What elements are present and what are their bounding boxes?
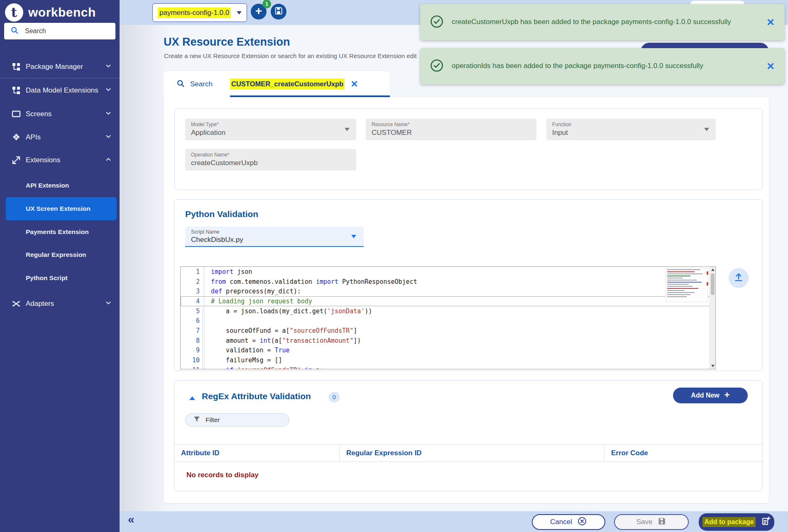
operation-name-label: Operation Name* — [191, 152, 350, 158]
hierarchy-icon — [11, 61, 22, 72]
upload-script-button[interactable] — [729, 268, 749, 288]
expand-arrows-icon — [11, 155, 22, 166]
filter-button[interactable]: Filter — [185, 413, 289, 427]
api-diamond-icon: ❖ — [11, 132, 22, 143]
function-select[interactable]: Function Input — [546, 119, 716, 140]
filter-label: Filter — [206, 416, 220, 424]
sidebar-item-data-model-extensions[interactable]: Data Model Extensions — [0, 79, 120, 102]
chevron-down-icon — [105, 110, 112, 119]
sidebar-item-payments-extension[interactable]: Payments Extension — [0, 223, 120, 241]
code-line: 6 — [181, 316, 715, 326]
sidebar-item-apis[interactable]: ❖ APIs — [0, 126, 120, 149]
sidebar-item-adapters[interactable]: Adapters — [0, 293, 120, 314]
resource-name-value: CUSTOMER — [372, 129, 531, 137]
check-circle-icon — [429, 58, 444, 75]
python-code-editor[interactable]: 1import json2from com.temenos.validation… — [180, 266, 716, 369]
sidebar-item-regular-expression[interactable]: Regular Expression — [0, 246, 120, 264]
save-label: Save — [636, 518, 653, 526]
plus-icon: + — [255, 5, 262, 17]
column-header-regular-expression-id[interactable]: Regular Expression ID — [340, 445, 604, 461]
chevron-down-icon — [351, 235, 356, 238]
chevron-down-icon — [105, 62, 112, 71]
model-type-value: Application — [191, 129, 350, 137]
upload-icon — [733, 272, 744, 284]
brand-logo: t workbench — [5, 3, 96, 22]
content-left-gradient — [120, 25, 169, 511]
column-header-attribute-id[interactable]: Attribute ID — [174, 445, 340, 461]
tab-strip: Search CUSTOMER_createCustomerUxpb ✕ — [164, 71, 390, 97]
add-new-label: Add New — [691, 392, 719, 399]
add-new-button[interactable]: Add New + — [673, 388, 748, 403]
cancel-button[interactable]: Cancel — [532, 514, 605, 530]
scroll-up-arrow-icon[interactable] — [711, 268, 715, 271]
code-line: 1import json — [181, 267, 715, 277]
add-to-package-label: Add to package — [702, 517, 755, 527]
sidebar-search-input[interactable]: Search — [4, 23, 115, 39]
chevron-down-icon — [237, 11, 242, 15]
sidebar-item-api-extension[interactable]: API Extension — [0, 176, 120, 195]
temenos-logo-icon: t — [5, 3, 23, 22]
operation-name-field[interactable]: Operation Name* createCustomerUxpb — [185, 149, 356, 171]
add-document-icon — [761, 516, 771, 528]
floppy-icon — [657, 517, 666, 528]
code-lines: 1import json2from com.temenos.validation… — [181, 267, 715, 369]
tab-customer-createcustomeruxpb[interactable]: CUSTOMER_createCustomerUxpb ✕ — [230, 71, 358, 97]
tab-search[interactable]: Search — [176, 71, 213, 97]
code-line: 8 amount = int(a["transactionAmount"]) — [181, 336, 715, 346]
code-line: 2from com.temenos.validation import Pyth… — [181, 277, 715, 287]
sidebar-subitem-label: Python Script — [26, 274, 68, 282]
regex-section-title: RegEx Attribute Validation — [202, 391, 311, 401]
resource-name-field[interactable]: Resource Name* CUSTOMER — [366, 119, 536, 140]
sidebar-item-label: Extensions — [26, 156, 60, 164]
chevron-down-icon — [105, 86, 112, 95]
save-package-button[interactable] — [271, 4, 286, 20]
model-type-select[interactable]: Model Type* Application — [185, 119, 356, 140]
sidebar-item-package-manager[interactable]: Package Manager — [0, 56, 120, 78]
add-to-package-button[interactable]: Add to package — [699, 513, 774, 531]
close-icon[interactable]: ✕ — [766, 17, 775, 28]
collapse-sidebar-control[interactable]: « — [128, 513, 135, 526]
sidebar-item-python-script[interactable]: Python Script — [0, 269, 120, 287]
sidebar-item-label: Data Model Extensions — [26, 86, 98, 95]
package-select-dropdown[interactable]: payments-config-1.0.0 — [152, 3, 247, 22]
page-subtitle: Create a new UX Resource Extension or se… — [164, 52, 417, 59]
editor-vertical-scrollbar[interactable] — [710, 267, 715, 369]
sidebar-item-label: Package Manager — [26, 63, 83, 71]
indent-guide — [202, 307, 203, 369]
editor-minimap[interactable] — [666, 268, 708, 302]
tab-close-icon[interactable]: ✕ — [350, 80, 358, 89]
sidebar-item-screens[interactable]: Screens — [0, 102, 120, 126]
collapse-triangle-icon[interactable] — [189, 396, 195, 400]
regex-attribute-validation-section: RegEx Attribute Validation 0 Add New + F… — [174, 380, 763, 491]
sidebar-item-label: Adapters — [26, 300, 54, 308]
column-header-error-code[interactable]: Error Code — [604, 445, 762, 461]
floppy-icon — [274, 6, 283, 17]
add-count-badge: 1 — [262, 0, 271, 8]
sidebar: t workbench Search Package Manager Data … — [0, 0, 120, 532]
empty-table-message: No records to display — [186, 471, 259, 479]
check-circle-icon — [429, 14, 444, 31]
sidebar-search-placeholder: Search — [25, 27, 46, 35]
scrollbar-thumb[interactable] — [711, 273, 715, 295]
code-line: 7 sourceOfFund = a["sourceOfFundsTR"] — [181, 326, 715, 336]
plus-icon: + — [724, 390, 730, 400]
save-button[interactable]: Save — [614, 514, 689, 530]
sidebar-item-extensions[interactable]: Extensions — [0, 149, 120, 172]
python-validation-section: Python Validation Script Name CheckDisbU… — [174, 199, 763, 371]
close-icon[interactable]: ✕ — [766, 61, 775, 72]
script-name-select[interactable]: Script Name CheckDisbUx.py — [185, 227, 364, 247]
code-line: 11 if 'sourceOfFundsTR' in a: — [181, 365, 715, 369]
function-label: Function — [552, 122, 710, 127]
sidebar-subitem-label: UX Screen Extension — [26, 205, 91, 212]
code-line: 9 validation = True — [181, 346, 715, 356]
script-name-value: CheckDisbUx.py — [191, 236, 358, 244]
toast-message: operationIds has been added to the packa… — [452, 61, 738, 71]
scroll-down-arrow-icon[interactable] — [711, 365, 715, 367]
package-select-value: payments-config-1.0.0 — [158, 7, 231, 18]
search-icon — [10, 26, 19, 37]
toast-success-operationids: operationIds has been added to the packa… — [420, 48, 785, 84]
sidebar-item-ux-screen-extension[interactable]: UX Screen Extension — [0, 197, 120, 220]
code-line: 5 a = json.loads(my_dict.get('jsonData')… — [181, 306, 715, 316]
workbench-app: t workbench Search Package Manager Data … — [0, 0, 788, 532]
code-line: 3def preprocess(my_dict): — [181, 286, 715, 296]
